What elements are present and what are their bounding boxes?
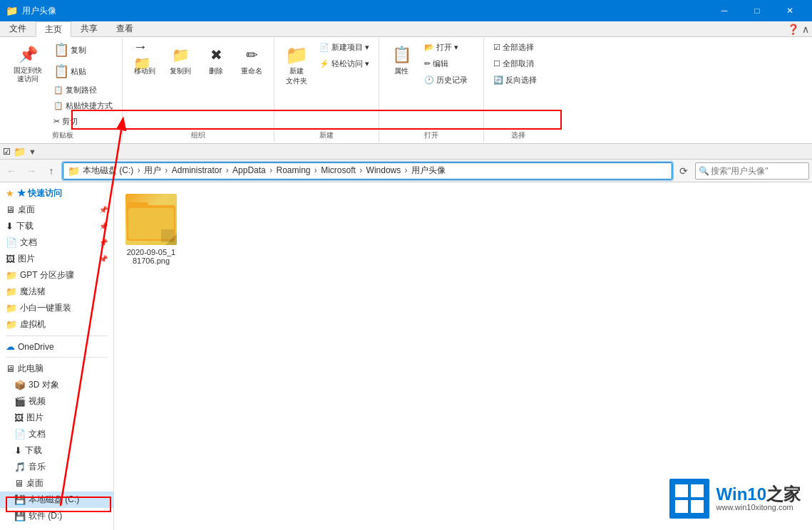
edit-button[interactable]: ✏ 编辑 xyxy=(421,56,478,71)
picture-icon: 🖼 xyxy=(14,412,24,423)
sidebar-item-documents1[interactable]: 📄 文档 📌 xyxy=(0,234,113,251)
back-button[interactable]: ← xyxy=(3,162,20,180)
history-button[interactable]: 🕐 历史记录 xyxy=(421,73,478,88)
pin-icon: 📌 xyxy=(16,43,39,66)
maximize-button[interactable]: □ xyxy=(741,0,774,21)
qa-dropdown[interactable]: ▼ xyxy=(29,147,36,156)
doc-icon-1: 📄 xyxy=(6,237,17,248)
sidebar-videos[interactable]: 🎬 视频 xyxy=(0,393,113,410)
main-content: ★ ★ 快速访问 🖥 桌面 📌 ⬇ 下载 📌 📄 文档 📌 🖼 图片 xyxy=(0,182,812,530)
sidebar-item-desktop1[interactable]: 🖥 桌面 📌 xyxy=(0,202,113,218)
pin-to-quickaccess-button[interactable]: 📌 固定到快速访问 xyxy=(9,40,47,87)
watermark-brand: Win10之家 xyxy=(716,486,801,503)
select-all-button[interactable]: ☑ 全部选择 xyxy=(490,40,547,55)
sidebar-local-disk-c[interactable]: 💾 本地磁盘 (C:) xyxy=(0,492,113,508)
new-folder-button[interactable]: 📁 新建文件夹 xyxy=(280,40,313,90)
forward-button[interactable]: → xyxy=(23,162,40,180)
copy-to-icon: 📁 xyxy=(169,43,192,66)
delete-button[interactable]: ✖ 删除 xyxy=(200,40,232,80)
sidebar-item-magic[interactable]: 📁 魔法猪 xyxy=(0,284,113,300)
move-to-button[interactable]: →📁 移动到 xyxy=(128,40,161,80)
disk-c-icon: 💾 xyxy=(14,494,26,505)
clipboard-label: 剪贴板 xyxy=(52,129,73,140)
sidebar-3d-objects[interactable]: 📦 3D 对象 xyxy=(0,377,113,393)
rename-button[interactable]: ✏ 重命名 xyxy=(235,40,268,80)
path-part-6[interactable]: Microsoft xyxy=(321,165,356,175)
sidebar-desktop[interactable]: 🖥 桌面 xyxy=(0,475,113,492)
invert-selection-button[interactable]: 🔄 反向选择 xyxy=(490,73,547,88)
copy-icon: 📋 xyxy=(53,42,69,58)
ribbon-group-new: 📁 新建文件夹 📄 新建项目 ▾ ⚡ 轻松访问 ▾ 新建 xyxy=(274,38,379,142)
ribbon-tab-view[interactable]: 查看 xyxy=(107,21,143,36)
close-button[interactable]: ✕ xyxy=(774,0,806,21)
pin-indicator-4: 📌 xyxy=(99,255,108,263)
path-part-7[interactable]: Windows xyxy=(366,165,401,175)
delete-icon: ✖ xyxy=(205,43,227,66)
path-sep-4: › xyxy=(269,165,274,175)
search-input[interactable] xyxy=(711,166,806,176)
path-part-8[interactable]: 用户头像 xyxy=(411,165,446,175)
path-sep-5: › xyxy=(314,165,319,175)
copy-to-button[interactable]: 📁 复制到 xyxy=(164,40,197,80)
path-part-4[interactable]: AppData xyxy=(232,165,266,175)
sidebar-this-pc[interactable]: 🖥 此电脑 xyxy=(0,360,113,377)
ribbon-group-select: ☑ 全部选择 ☐ 全部取消 🔄 反向选择 选择 xyxy=(484,38,553,142)
cut-button[interactable]: ✂ 剪切 xyxy=(50,114,116,129)
pin-indicator-3: 📌 xyxy=(99,239,108,246)
refresh-button[interactable]: ⟳ xyxy=(675,162,692,180)
open-button[interactable]: 📂 打开 ▾ xyxy=(421,40,478,55)
folder-thumbnail-svg xyxy=(125,194,177,245)
select-none-button[interactable]: ☐ 全部取消 xyxy=(490,56,547,71)
sidebar-item-vm[interactable]: 📁 虚拟机 xyxy=(0,316,113,333)
search-box[interactable]: 🔍 xyxy=(695,162,809,180)
music-icon: 🎵 xyxy=(14,462,26,472)
ribbon-tab-file[interactable]: 文件 xyxy=(0,21,36,36)
sidebar-downloads[interactable]: ⬇ 下载 xyxy=(0,442,113,459)
doc-icon-2: 📄 xyxy=(14,429,26,440)
svg-rect-6 xyxy=(675,484,688,497)
properties-button[interactable]: 📋 属性 xyxy=(385,40,418,80)
sidebar-item-gpt[interactable]: 📁 GPT 分区步骤 xyxy=(0,267,113,284)
ribbon-tabs: 文件 主页 共享 查看 ❓ ∧ xyxy=(0,21,812,37)
sidebar-quick-access[interactable]: ★ ★ 快速访问 xyxy=(0,185,113,202)
sidebar-item-downloads1[interactable]: ⬇ 下载 📌 xyxy=(0,218,113,234)
sidebar-documents[interactable]: 📄 文档 xyxy=(0,426,113,442)
paste-shortcut-button[interactable]: 📋 粘贴快捷方式 xyxy=(50,98,116,113)
path-part-1[interactable]: 本地磁盘 (C:) xyxy=(83,165,133,175)
sidebar-item-restore[interactable]: 📁 小白一键重装 xyxy=(0,300,113,316)
ribbon-tab-share[interactable]: 共享 xyxy=(71,21,107,36)
new-folder-icon: 📁 xyxy=(285,43,308,66)
sidebar-item-pictures1[interactable]: 🖼 图片 📌 xyxy=(0,251,113,267)
path-part-2[interactable]: 用户 xyxy=(144,165,161,175)
help-icon[interactable]: ❓ xyxy=(787,24,799,35)
watermark-logo xyxy=(669,479,709,519)
copy-button[interactable]: 📋 复制 xyxy=(50,40,116,60)
ribbon-collapse-icon[interactable]: ∧ xyxy=(802,24,809,35)
sidebar-pictures[interactable]: 🖼 图片 xyxy=(0,410,113,426)
this-pc-icon: 🖥 xyxy=(6,363,15,374)
clipboard-small-buttons: 📋 复制路径 📋 粘贴快捷方式 ✂ 剪切 xyxy=(50,83,116,129)
watermark: Win10之家 www.win10xitong.com xyxy=(669,479,801,519)
gpt-icon: 📁 xyxy=(6,270,17,281)
paste-button[interactable]: 📋 粘贴 xyxy=(50,61,116,81)
titlebar-controls[interactable]: ─ □ ✕ xyxy=(708,0,806,21)
sidebar-onedrive[interactable]: ☁ OneDrive xyxy=(0,339,113,354)
svg-rect-1 xyxy=(127,202,148,208)
search-icon: 🔍 xyxy=(699,166,709,176)
up-button[interactable]: ↑ xyxy=(43,162,60,180)
new-item-button[interactable]: 📄 新建项目 ▾ xyxy=(316,40,373,55)
sidebar-music[interactable]: 🎵 音乐 xyxy=(0,459,113,475)
minimize-button[interactable]: ─ xyxy=(708,0,741,21)
sidebar-disk-d[interactable]: 💾 软件 (D:) xyxy=(0,508,113,524)
path-sep-3: › xyxy=(226,165,231,175)
ribbon-tab-home[interactable]: 主页 xyxy=(36,21,71,37)
sidebar-separator-1 xyxy=(6,336,108,336)
copy-path-button[interactable]: 📋 复制路径 xyxy=(50,83,116,98)
qa-folder-icon: 📁 xyxy=(14,146,26,157)
path-part-5[interactable]: Roaming xyxy=(276,165,310,175)
file-item-png[interactable]: 2020-09-05_181706.png xyxy=(123,191,180,268)
file-area: 2020-09-05_181706.png xyxy=(114,182,812,530)
address-path[interactable]: 📁 本地磁盘 (C:) › 用户 › Administrator › AppDa… xyxy=(63,162,672,180)
path-part-3[interactable]: Administrator xyxy=(172,165,222,175)
easy-access-button[interactable]: ⚡ 轻松访问 ▾ xyxy=(316,56,373,71)
